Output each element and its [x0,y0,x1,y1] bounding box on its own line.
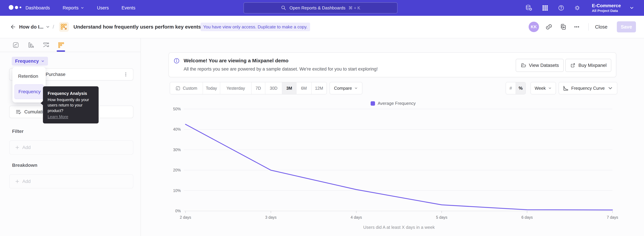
avatar[interactable]: KK [528,22,539,32]
global-search-input[interactable]: Open Reports & Dashboards ⌘ + K [244,2,398,14]
more-options-icon[interactable] [573,23,580,30]
external-link-icon [570,63,576,68]
range-label: 30D [270,86,278,91]
svg-text:10%: 10% [173,188,181,193]
kebab-menu-icon[interactable] [123,72,129,77]
svg-text:20%: 20% [173,168,181,172]
chevron-down-icon[interactable] [629,5,634,11]
view-only-badge: You have view only access. Duplicate to … [200,23,310,31]
duplicate-icon[interactable] [560,23,567,30]
chart-type-value: Frequency Curve [571,86,604,91]
analysis-type-value: Frequency [15,59,39,64]
svg-text:4 days: 4 days [351,215,362,219]
project-name: E-Commerce [592,3,621,9]
chart-type-dropdown[interactable]: Frequency Curve [559,82,617,94]
tab-funnels[interactable] [26,41,35,49]
tab-flows[interactable] [42,41,50,49]
view-datasets-label: View Datasets [529,63,559,68]
chevron-down-icon [80,6,84,10]
filter-heading: Filter [12,129,24,134]
svg-text:6 days: 6 days [522,215,533,219]
add-label: Add [22,145,31,150]
nav-item-label: Users [97,5,109,11]
nav-item-dashboards[interactable]: Dashboards [26,5,50,11]
report-canvas: Welcome! You are viewing a Mixpanel demo… [141,38,644,236]
back-arrow-icon[interactable] [10,24,16,30]
chart-caption: Users did A at least X days in a week [186,225,612,230]
range-label: 7D [256,86,261,91]
nav-item-events[interactable]: Events [122,5,136,11]
option-frequency[interactable]: Frequency [14,84,44,99]
range-yesterday[interactable]: Yesterday [220,82,252,94]
range-label: Today [206,86,217,91]
tab-insights[interactable] [12,41,20,49]
tooltip-title: Frequency Analysis [48,91,94,96]
header-divider [588,23,589,31]
banner-subtitle: All the reports you see are powered by a… [184,67,378,72]
option-retention[interactable]: Retention [14,71,44,81]
interval-dropdown[interactable]: Week [530,82,556,94]
format-percent-button[interactable]: % [516,82,526,94]
list-check-icon [15,109,21,115]
plus-icon [15,145,20,150]
info-icon [174,58,180,64]
event-label: Purchase [46,72,66,77]
view-datasets-button[interactable]: View Datasets [516,59,564,72]
range-7d[interactable]: 7D [252,82,265,94]
help-icon[interactable] [557,4,565,12]
frequency-curve-chart[interactable]: 0%10%20%30%40%50%2 days3 days4 days5 day… [141,94,644,227]
learn-more-link[interactable]: Learn More [48,114,68,119]
save-button[interactable]: Save [617,21,636,33]
range-custom[interactable]: Custom [170,82,203,94]
nav-item-reports[interactable]: Reports [63,5,84,11]
buy-mixpanel-button[interactable]: Buy Mixpanel [565,59,611,72]
apps-grid-icon[interactable] [541,4,549,12]
project-switcher[interactable]: E-Commerce All Project Data [592,3,621,13]
top-nav-bar: Dashboards Reports Users Events Open Rep… [0,0,644,16]
compare-button[interactable]: Compare [330,82,362,94]
range-12m[interactable]: 12M [312,82,326,94]
banner-title: Welcome! You are viewing a Mixpanel demo [184,58,288,64]
frequency-curve-icon [563,85,568,91]
filter-add-button[interactable]: Add [9,140,133,154]
frequency-report-icon [59,22,69,32]
plus-icon [15,179,20,184]
nav-item-users[interactable]: Users [97,5,109,11]
analysis-type-selector[interactable]: Frequency [12,57,48,66]
svg-text:3 days: 3 days [265,215,276,219]
svg-text:2 days: 2 days [180,215,191,219]
nav-item-label: Reports [63,5,79,11]
buy-mixpanel-label: Buy Mixpanel [578,63,606,68]
date-range-control: Custom Today Yesterday 7D 30D 3M 6M 12M [170,82,327,94]
chart-controls: Custom Today Yesterday 7D 30D 3M 6M 12M … [141,82,644,94]
range-label: 3M [286,86,292,91]
tooltip-description: How frequently do your users return to y… [48,97,94,113]
folder-icon [520,63,526,68]
breadcrumb[interactable]: How do I... [19,24,44,30]
copy-link-icon[interactable] [546,23,552,30]
report-tabs [0,38,140,52]
range-6m[interactable]: 6M [296,82,312,94]
range-today[interactable]: Today [203,82,220,94]
range-label: Yesterday [226,86,245,91]
analysis-type-dropdown: Retention Frequency [12,67,46,102]
range-3m[interactable]: 3M [282,82,296,94]
mixpanel-logo-icon[interactable] [9,5,21,10]
compare-label: Compare [334,86,352,91]
calendar-icon [176,86,180,91]
chevron-down-icon[interactable] [46,25,50,29]
range-30d[interactable]: 30D [265,82,282,94]
search-shortcut: ⌘ + K [348,6,360,11]
data-management-icon[interactable] [525,4,533,12]
svg-text:7 days: 7 days [607,215,618,219]
close-button[interactable]: Close [595,24,608,30]
interval-value: Week [535,86,546,91]
format-number-button[interactable]: # [506,82,516,94]
add-label: Add [22,179,31,184]
breakdown-add-button[interactable]: Add [9,174,133,188]
svg-text:40%: 40% [173,127,181,132]
nav-menu: Dashboards Reports Users Events [26,0,135,16]
settings-gear-icon[interactable] [574,4,581,12]
nav-item-label: Dashboards [26,5,50,11]
tab-retention[interactable] [57,41,66,49]
